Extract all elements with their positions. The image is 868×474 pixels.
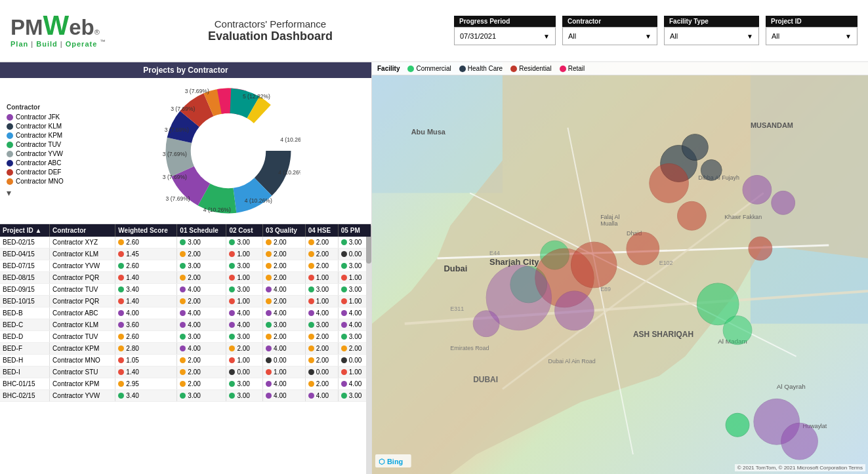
- score-dot: [229, 322, 235, 328]
- svg-point-11: [192, 115, 265, 188]
- cell-s03: 2.00: [263, 248, 306, 260]
- score-dot: [266, 393, 272, 399]
- score-dot: [118, 286, 124, 292]
- svg-point-57: [682, 134, 709, 161]
- cell-weighted-score: 3.40: [115, 390, 177, 402]
- score-cell: 0.00: [341, 357, 368, 364]
- score-cell: 1.00: [266, 368, 302, 376]
- filter-facility-select[interactable]: All ▼: [664, 27, 759, 45]
- donut-chart: 5 (12.82%) 4 (10.26%) 4 (10.26%) 4 (10.2…: [156, 82, 300, 220]
- plan-label: Plan: [10, 39, 28, 47]
- score-cell: 3.00: [229, 392, 260, 399]
- score-dot: [229, 346, 235, 351]
- score-dot: [180, 393, 186, 399]
- filter-contractor-select[interactable]: All ▼: [562, 27, 657, 45]
- score-cell: 2.00: [308, 239, 335, 246]
- cell-s02: 3.00: [226, 378, 263, 390]
- cell-contractor: Contractor TUV: [50, 331, 115, 343]
- score-dot: [118, 369, 124, 375]
- operate-label: Operate: [66, 39, 98, 47]
- score-cell: 1.40: [118, 298, 174, 305]
- score-dot: [118, 322, 124, 328]
- pm-text: PM: [10, 15, 43, 40]
- score-dot: [229, 251, 235, 257]
- legend-item-yvw: Contractor YVW: [7, 150, 84, 157]
- score-dot: [341, 263, 347, 269]
- score-cell: 1.00: [229, 274, 260, 281]
- score-dot: [341, 239, 347, 245]
- score-cell: 3.40: [118, 392, 174, 399]
- residential-dot: [510, 66, 517, 72]
- score-dot: [180, 310, 186, 316]
- cell-s04: 0.00: [305, 366, 338, 378]
- cell-s01: 3.00: [177, 390, 226, 402]
- filter-project-select[interactable]: All ▼: [766, 27, 858, 45]
- score-dot: [266, 263, 272, 269]
- cell-s01: 4.00: [177, 343, 226, 355]
- cell-s03: 4.00: [263, 390, 306, 402]
- cell-s02: 4.00: [226, 319, 263, 331]
- cell-contractor: Contractor YVW: [50, 260, 115, 272]
- th-project-id[interactable]: Project ID ▲: [0, 224, 50, 237]
- th-contractor[interactable]: Contractor: [50, 224, 115, 237]
- score-dot: [266, 275, 272, 281]
- cell-s04: 2.00: [305, 355, 338, 366]
- score-cell: 1.05: [118, 357, 174, 364]
- th-01-schedule[interactable]: 01 Schedule: [177, 224, 226, 237]
- table-row: BED-C Contractor KLM 3.60 4.00 4.00 3.00…: [0, 319, 371, 331]
- score-cell: 2.00: [266, 239, 302, 246]
- facility-label: Facility: [377, 65, 400, 72]
- th-04-hse[interactable]: 04 HSE: [305, 224, 338, 237]
- score-cell: 2.60: [118, 262, 174, 269]
- score-dot: [229, 298, 235, 304]
- score-dot: [118, 298, 124, 304]
- legend-expand-btn[interactable]: ▾: [7, 188, 84, 198]
- table-wrapper[interactable]: Project ID ▲ Contractor Weighted Score 0…: [0, 224, 371, 474]
- svg-point-69: [772, 191, 795, 214]
- table-row: BED-10/15 Contractor PQR 1.40 2.00 1.00 …: [0, 296, 371, 307]
- score-cell: 2.00: [308, 357, 335, 364]
- cell-s02: 4.00: [226, 307, 263, 319]
- score-dot: [118, 393, 124, 399]
- th-02-cost[interactable]: 02 Cost: [226, 224, 263, 237]
- cell-s04: 2.00: [305, 237, 338, 248]
- score-dot: [229, 357, 235, 363]
- score-dot: [118, 263, 124, 269]
- svg-text:4 (10.26%): 4 (10.26%): [280, 136, 300, 143]
- svg-point-60: [571, 242, 617, 288]
- svg-text:Falaj Al: Falaj Al: [600, 214, 619, 220]
- table-row: BED-04/15 Contractor KLM 1.45 2.00 1.00 …: [0, 248, 371, 260]
- cell-weighted-score: 2.95: [115, 378, 177, 390]
- score-dot: [266, 251, 272, 257]
- svg-point-58: [701, 160, 722, 181]
- score-cell: 3.00: [308, 321, 335, 328]
- svg-text:⬡ Bing: ⬡ Bing: [379, 458, 403, 465]
- th-03-quality[interactable]: 03 Quality: [263, 224, 306, 237]
- filter-progress-select[interactable]: 07/31/2021 ▼: [454, 27, 556, 45]
- cell-s01: 3.00: [177, 260, 226, 272]
- svg-text:3 (7.69%): 3 (7.69%): [166, 195, 190, 202]
- cell-s01: 3.00: [177, 331, 226, 343]
- score-dot: [180, 322, 186, 328]
- filter-facility-label: Facility Type: [664, 16, 759, 27]
- plan-build-operate: Plan | Build | Operate ™: [10, 39, 181, 48]
- cell-project-id: BED-04/15: [0, 248, 50, 260]
- cell-weighted-score: 4.00: [115, 307, 177, 319]
- th-05-pm[interactable]: 05 PM: [338, 224, 371, 237]
- cell-project-id: BED-10/15: [0, 296, 50, 307]
- scroll-indicator[interactable]: [366, 224, 371, 474]
- cell-s03: 4.00: [263, 343, 306, 355]
- score-dot: [341, 334, 347, 340]
- legend-item-def: Contractor DEF: [7, 168, 84, 176]
- svg-text:MUSANDAM: MUSANDAM: [751, 121, 793, 129]
- cell-s03: 3.00: [263, 319, 306, 331]
- score-cell: 0.00: [308, 368, 335, 376]
- score-dot: [180, 263, 186, 269]
- cell-s01: 2.00: [177, 248, 226, 260]
- cell-contractor: Contractor MNO: [50, 355, 115, 366]
- donut-chart-area: 5 (12.82%) 4 (10.26%) 4 (10.26%) 4 (10.2…: [88, 82, 369, 220]
- score-dot: [118, 239, 124, 245]
- th-weighted-score[interactable]: Weighted Score: [115, 224, 177, 237]
- cell-s03: 2.00: [263, 296, 306, 307]
- svg-text:4 (10.26%): 4 (10.26%): [278, 169, 300, 176]
